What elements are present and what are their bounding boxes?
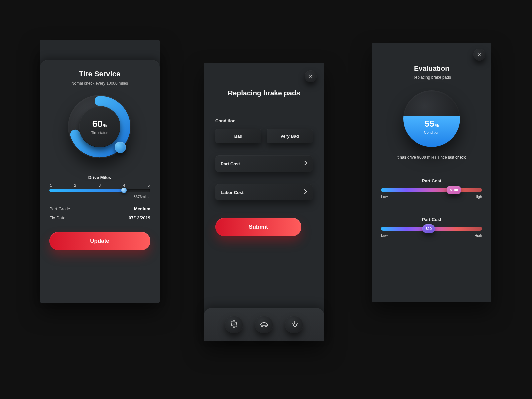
part-cost-1-label: Part Cost — [381, 178, 482, 183]
gear-icon — [230, 320, 238, 329]
drive-miles-fill — [49, 189, 124, 192]
part-cost-2-label: Part Cost — [381, 217, 482, 222]
close-icon: ✕ — [477, 52, 481, 57]
fix-date-row: Fix Date 07/12/2019 — [49, 215, 150, 220]
tire-status-dial[interactable]: 60% Tire status — [68, 95, 131, 158]
drive-miles-ticks: 1 2 3 4 5 — [49, 183, 150, 187]
page-title: Evaluation — [381, 65, 482, 72]
close-button[interactable]: ✕ — [305, 70, 317, 82]
drive-miles-label: Drive Miles — [49, 175, 150, 180]
dial-knob[interactable] — [115, 142, 126, 153]
submit-button[interactable]: Submit — [215, 218, 301, 236]
page-subtitle: Nomal check every 10000 miles — [49, 81, 150, 86]
svg-point-3 — [296, 323, 297, 324]
dial-unit: % — [103, 123, 107, 128]
tab-settings[interactable] — [225, 316, 243, 333]
part-cost-1-slider[interactable]: $100 — [381, 188, 482, 192]
range-low: Low — [381, 195, 388, 199]
close-icon: ✕ — [309, 74, 313, 79]
tab-diagnostics[interactable] — [285, 316, 303, 333]
range-low: Low — [381, 233, 388, 237]
part-cost-2-slider[interactable]: $20 — [381, 227, 482, 231]
tab-car[interactable] — [255, 316, 273, 333]
condition-unit: % — [435, 123, 439, 128]
drive-miles-thumb[interactable] — [121, 188, 127, 193]
condition-value: 55 — [425, 119, 434, 129]
update-button[interactable]: Update — [49, 232, 150, 250]
part-cost-1-thumb[interactable]: $100 — [447, 186, 461, 194]
bottom-tabbar — [204, 308, 324, 341]
page-title: Tire Service — [49, 70, 150, 78]
chevron-right-icon — [304, 189, 307, 195]
drive-miles-slider[interactable] — [49, 189, 150, 192]
close-button[interactable]: ✕ — [473, 49, 485, 61]
chevron-right-icon — [304, 161, 307, 167]
part-cost-row[interactable]: Part Cost — [215, 155, 313, 172]
dial-label: Tire status — [91, 131, 108, 135]
range-high: High — [474, 233, 482, 237]
range-high: High — [474, 195, 482, 199]
part-cost-2-thumb[interactable]: $20 — [422, 224, 435, 233]
stethoscope-icon — [290, 320, 298, 329]
condition-label: Condition — [424, 130, 439, 134]
evaluation-screen: ✕ Evaluation Replacing brake pads 55% Co… — [372, 43, 491, 302]
page-title: Replacing brake pads — [215, 89, 313, 97]
svg-point-0 — [233, 323, 235, 325]
drive-miles-readout: 3676miles — [49, 195, 150, 199]
part-grade-row: Part Grade Medium — [49, 206, 150, 211]
brake-pads-screen: ✕ Replacing brake pads Condition Bad Ver… — [204, 63, 324, 341]
dial-value: 60 — [92, 119, 103, 129]
condition-label: Condition — [215, 118, 313, 123]
condition-very-bad-button[interactable]: Very Bad — [267, 129, 313, 143]
tire-service-screen: Tire Service Nomal check every 10000 mil… — [40, 40, 160, 303]
page-subtitle: Replacing brake pads — [381, 75, 482, 80]
miles-sentence: It has drive 9000 miles since last check… — [381, 155, 482, 160]
condition-bad-button[interactable]: Bad — [215, 129, 261, 143]
labor-cost-row[interactable]: Labor Cost — [215, 184, 313, 200]
condition-gauge: 55% Condition — [403, 90, 460, 147]
car-icon — [259, 321, 269, 329]
tire-service-card: Tire Service Nomal check every 10000 mil… — [40, 60, 160, 303]
